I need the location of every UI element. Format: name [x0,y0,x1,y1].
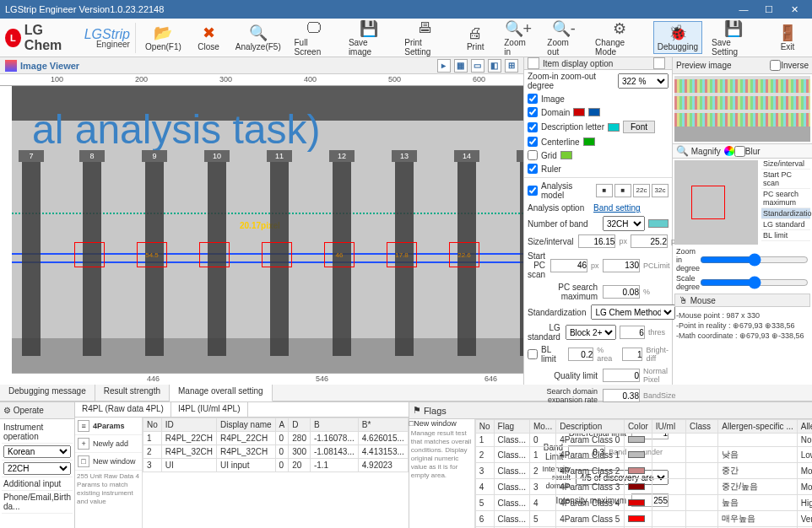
chmode-button[interactable]: ⚙Change Mode [589,17,650,59]
blur-checkbox[interactable] [734,146,745,157]
magnify-property[interactable]: Size/interval [761,159,810,170]
inverse-checkbox[interactable] [770,60,781,71]
operate-select[interactable]: Korean [3,445,71,458]
grid-checkbox[interactable] [528,150,538,160]
domain-checkbox[interactable] [528,107,538,117]
num-band-swatch[interactable] [648,219,669,228]
table-row[interactable]: 3UIUI input020-1.14.92023 [143,459,409,472]
analysis-model-checkbox[interactable] [528,186,538,196]
bl-checkbox[interactable] [528,349,538,359]
open-button[interactable]: 📂Open(F1) [141,21,186,54]
table-header[interactable]: A [275,418,289,432]
bl-input-1[interactable] [568,348,593,361]
table-header[interactable]: D [289,418,311,432]
viewer-tool-5[interactable]: ⊞ [505,59,518,73]
start-pc-input[interactable] [550,259,587,272]
operate-row[interactable]: Instrument operation [2,421,73,444]
model-button[interactable]: 22c [633,184,650,197]
table-row[interactable]: 1R4PL_22CHR4PL_22CH0280-1.16078...4.6260… [143,432,409,445]
table-row[interactable]: 2R4PL_32CHR4PL_32CH0300-1.08143...4.4131… [143,445,409,459]
std-select[interactable]: LG Chem Method [591,304,675,320]
lg-std-thres[interactable] [620,326,645,339]
savesetting-button[interactable]: 💾Save Setting [706,17,761,59]
magnify-property[interactable]: LG standard [761,219,810,230]
preview-image[interactable] [674,76,810,142]
magnify-property[interactable]: BL limit [761,230,810,241]
table-header[interactable]: IU/ml [652,420,685,434]
saveimg-button[interactable]: 💾Save image [343,17,395,59]
table-row[interactable]: 3Class...24Param Class 2중간Moderate [475,463,812,479]
magnify-property[interactable]: Standardizatio [761,208,810,219]
bottom-tab[interactable]: Debugging message [0,385,95,401]
table-row[interactable]: 1Class...04Param Class 0None/Hardly Fo..… [475,434,812,447]
viewer-tool-4[interactable]: ◧ [488,59,501,73]
operate-row[interactable]: Korean [2,444,73,461]
table-header[interactable]: Display name [217,418,276,432]
table-header[interactable]: Description [556,420,625,434]
color-wheel-icon[interactable] [724,146,734,156]
params-tab[interactable]: R4PL (Raw data 4PL) [75,402,171,417]
size-input-1[interactable] [578,234,615,248]
table-row[interactable]: 2Class...14Param Class 1낮음Low [475,447,812,463]
viewer-tool-2[interactable]: ▦ [454,59,468,73]
table-header[interactable]: Color [624,420,652,434]
zoom-slider[interactable] [700,256,809,264]
desc-checkbox[interactable] [528,122,538,132]
zoomout-button[interactable]: 🔍-Zoom out [541,17,586,59]
domain-swatch-1[interactable] [573,108,585,116]
model-button[interactable]: ■ [596,184,613,197]
viewer-tool-3[interactable]: ▭ [471,59,484,73]
operate-select[interactable]: 22CH [3,462,71,475]
pc-search-input[interactable] [603,285,640,299]
centerline-checkbox[interactable] [528,137,538,147]
operate-row[interactable]: Phone/Email,Birth da... [2,491,73,514]
zoom-degree-select[interactable]: 322 % [618,73,669,89]
close-button[interactable]: ✖Close [189,21,228,54]
magnify-image[interactable] [674,160,758,245]
table-header[interactable]: No [475,420,494,434]
table-header[interactable]: ID [161,418,216,432]
operate-row[interactable]: Additional input [2,477,73,491]
params-side-item[interactable]: +Newly add [75,435,142,453]
scale-slider[interactable] [700,278,809,287]
minimize-button[interactable]: — [731,4,756,14]
pclimit-input[interactable] [603,259,640,272]
options-detach-icon[interactable] [653,57,665,69]
ruler-checkbox[interactable] [528,164,538,174]
flags-side-item[interactable]: □New window [409,419,474,428]
table-row[interactable]: 6Class...54Param Class 5매우높음Very High [475,511,812,527]
quality-input[interactable] [603,369,640,382]
bottom-tab[interactable]: Result strength [95,385,170,401]
params-side-item[interactable]: □New window [75,453,142,471]
table-header[interactable]: Class [685,420,717,434]
num-band-select[interactable]: 32CH [603,216,645,231]
printset-button[interactable]: 🖶Print Setting [398,17,452,59]
operate-row[interactable]: 22CH [2,461,73,477]
viewer-canvas-area[interactable]: 100200300400500600 al analysis task) 20.… [0,74,523,385]
table-header[interactable]: B [310,418,358,432]
fullscreen-button[interactable]: 🖵Full Screen [289,17,339,59]
image-checkbox[interactable] [528,94,538,104]
lg-std-select[interactable]: Block 2+20 [566,325,616,340]
table-header[interactable]: Allergen-specific ... [718,420,797,434]
table-row[interactable]: 4Class...34Param Class 3중간/높음Moderate/Hi… [475,479,812,495]
params-tab[interactable]: I4PL (IU/ml 4PL) [171,402,248,417]
centerline-swatch[interactable] [583,137,595,146]
table-header[interactable]: Mo... [529,420,555,434]
table-header[interactable]: No [143,418,162,432]
debug-button[interactable]: 🐞Debugging [653,21,702,54]
table-header[interactable]: B* [358,418,408,432]
desc-swatch[interactable] [608,123,620,132]
zoomin-button[interactable]: 🔍+Zoom in [498,17,538,59]
model-button[interactable]: ■ [614,184,631,197]
table-header[interactable]: Allergen-specific ... [797,420,812,434]
analyze-button[interactable]: 🔍Analyze(F5) [231,21,284,54]
size-input-2[interactable] [631,234,668,248]
magnify-property[interactable]: PC search maximum [761,189,810,208]
bl-input-2[interactable] [622,348,642,361]
print-button[interactable]: 🖨Print [456,21,495,54]
grid-swatch[interactable] [560,151,572,159]
viewer-tool-1[interactable]: ▸ [437,59,451,73]
exit-button[interactable]: 🚪Exit [768,21,807,54]
close-window-button[interactable]: ✕ [782,4,807,15]
